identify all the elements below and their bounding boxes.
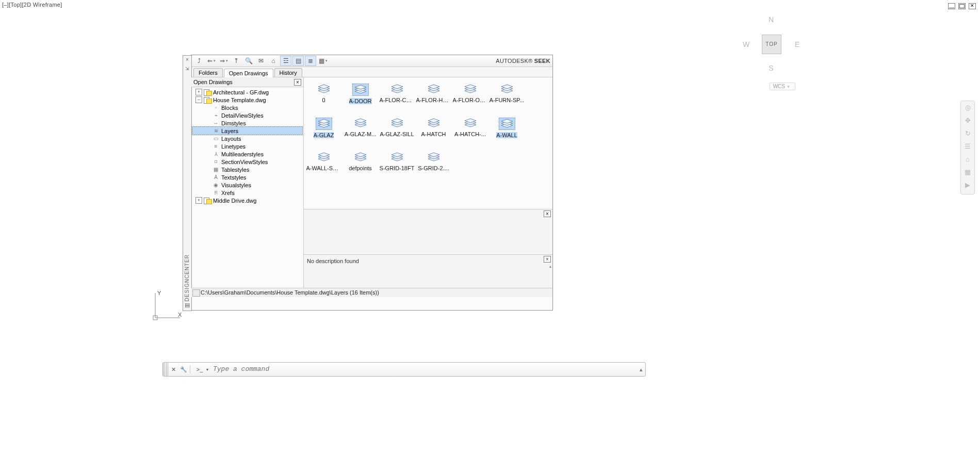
layer-item[interactable]: defpoints bbox=[342, 150, 379, 182]
tab-history[interactable]: History bbox=[274, 68, 302, 77]
viewcube-n[interactable]: N bbox=[743, 15, 799, 24]
layer-item[interactable]: A-WALL bbox=[488, 116, 525, 148]
tree-node[interactable]: +Middle Drive.dwg bbox=[192, 197, 302, 204]
tree-node[interactable]: ATextstyles bbox=[192, 173, 302, 181]
palette-title: DESIGNCENTER bbox=[184, 254, 191, 301]
expand-icon[interactable]: + bbox=[195, 197, 202, 204]
maximize-button[interactable] bbox=[958, 3, 966, 9]
autodesk-seek-link[interactable]: AUTODESK® SEEK bbox=[496, 58, 550, 64]
tree-node[interactable]: ▦Tablestyles bbox=[192, 166, 302, 173]
scroll-up-icon[interactable]: ▴ bbox=[549, 264, 551, 269]
layer-item[interactable]: S-GRID-2.... bbox=[415, 150, 452, 182]
toolbar-load-button[interactable]: ⤴ bbox=[193, 56, 205, 66]
cmdline-history-icon[interactable]: ▴ bbox=[637, 366, 645, 373]
layer-item[interactable]: A-GLAZ bbox=[305, 116, 342, 148]
tree-node[interactable]: ⌑SectionViewStyles bbox=[192, 158, 302, 166]
tree-node[interactable]: ⎘Xrefs bbox=[192, 189, 302, 197]
viewcube-top[interactable]: TOP bbox=[762, 35, 781, 54]
nav-pan-icon[interactable]: ✥ bbox=[961, 114, 974, 127]
layer-item[interactable]: A-FLOR-CA... bbox=[379, 82, 415, 113]
nav-orbit-icon[interactable]: ↻ bbox=[961, 127, 974, 140]
layer-item[interactable]: S-GRID-18FT bbox=[379, 150, 415, 182]
nav-tool-icon[interactable]: ⌂ bbox=[961, 153, 974, 166]
cmdline-grip[interactable] bbox=[163, 363, 168, 376]
category-icon: ▭ bbox=[213, 136, 219, 141]
layer-icon bbox=[426, 118, 442, 129]
toolbar-search-button[interactable]: 🔍 bbox=[243, 56, 254, 66]
category-icon: ⌑ bbox=[213, 159, 219, 165]
tree-node[interactable]: ≡Linetypes bbox=[192, 142, 302, 150]
tree-node-label: SectionViewStyles bbox=[221, 159, 268, 165]
close-button[interactable]: ✕ bbox=[969, 3, 976, 9]
command-input[interactable] bbox=[210, 364, 637, 375]
viewcube[interactable]: N S W E TOP bbox=[743, 15, 799, 72]
layer-item[interactable]: A-FLOR-HR... bbox=[415, 82, 452, 113]
minimize-button[interactable] bbox=[948, 3, 955, 9]
layer-item[interactable]: A-FURN-SP... bbox=[488, 82, 525, 113]
preview-close-icon[interactable]: × bbox=[544, 210, 551, 217]
viewcube-s[interactable]: S bbox=[743, 64, 799, 72]
layer-item[interactable]: A-DOOR bbox=[342, 82, 379, 113]
dc-status-bar: C:\Users\Graham\Documents\House Template… bbox=[191, 288, 552, 297]
viewcube-w[interactable]: W bbox=[743, 40, 749, 48]
layer-icon bbox=[389, 118, 405, 129]
tab-open-drawings[interactable]: Open Drawings bbox=[224, 69, 273, 77]
tree-node[interactable]: ⌁DetailViewStyles bbox=[192, 111, 302, 119]
layer-icon bbox=[353, 118, 368, 129]
content-grid[interactable]: 0A-DOORA-FLOR-CA...A-FLOR-HR...A-FLOR-OV… bbox=[304, 77, 552, 215]
toolbar-views-button[interactable]: ▦ bbox=[317, 56, 329, 66]
tree-node[interactable]: ⅄Multileaderstyles bbox=[192, 150, 302, 158]
separator bbox=[190, 365, 193, 373]
expand-icon[interactable]: – bbox=[195, 96, 202, 103]
cmdline-prompt-icon[interactable]: >_ bbox=[194, 366, 205, 372]
toolbar-desc-button[interactable]: ≣ bbox=[305, 56, 316, 66]
toolbar-favorites-button[interactable]: ✉ bbox=[255, 56, 267, 66]
toolbar-tree-button[interactable]: ☲ bbox=[280, 56, 291, 66]
layer-item[interactable]: A-FLOR-OV... bbox=[452, 82, 488, 113]
viewcube-e[interactable]: E bbox=[795, 40, 799, 48]
palette-titlebar[interactable]: × ⇲ DESIGNCENTER ▤ bbox=[183, 55, 192, 311]
cmdline-close-icon[interactable]: ✕ bbox=[168, 366, 178, 373]
palette-properties-icon[interactable]: ▤ bbox=[183, 302, 191, 308]
layer-item[interactable]: A-GLAZ-SILL bbox=[379, 116, 415, 148]
expand-icon[interactable]: + bbox=[195, 89, 202, 95]
toolbar-fwd-button[interactable]: ⇒ bbox=[218, 56, 230, 66]
viewport-label[interactable]: [–][Top][2D Wireframe] bbox=[2, 2, 62, 8]
category-icon: ▫ bbox=[213, 105, 219, 110]
tree-node[interactable]: ▫Blocks bbox=[192, 104, 302, 111]
category-icon: ⌁ bbox=[213, 112, 219, 118]
nav-tool-icon[interactable]: ☰ bbox=[961, 140, 974, 153]
tree-view[interactable]: +Architectural - GF.dwg–House Template.d… bbox=[191, 87, 303, 288]
nav-tool-icon[interactable]: ▶ bbox=[961, 178, 974, 191]
tree-node[interactable]: +Architectural - GF.dwg bbox=[192, 88, 302, 96]
palette-close-icon[interactable]: × bbox=[183, 57, 191, 62]
wcs-dropdown[interactable]: WCS bbox=[770, 83, 795, 90]
description-close-icon[interactable]: × bbox=[544, 256, 551, 263]
category-icon: ◉ bbox=[213, 182, 219, 188]
tree-node[interactable]: ↔Dimstyles bbox=[192, 119, 302, 127]
tab-folders[interactable]: Folders bbox=[193, 68, 223, 77]
tree-node[interactable]: ▭Layouts bbox=[192, 135, 302, 142]
nav-wheel-icon[interactable]: ◎ bbox=[961, 101, 974, 114]
layer-item[interactable]: A-WALL-SH... bbox=[305, 150, 342, 182]
tree-node-label: Textstyles bbox=[221, 174, 246, 181]
layer-item[interactable]: 0 bbox=[305, 82, 342, 113]
toolbar-home-button[interactable]: ⌂ bbox=[268, 56, 279, 66]
cmdline-recent-icon[interactable]: ▾ bbox=[205, 367, 210, 372]
tree-node[interactable]: ◉Visualstyles bbox=[192, 181, 302, 189]
cmdline-customize-icon[interactable]: 🔧 bbox=[178, 366, 189, 373]
tree-node[interactable]: ≋Layers bbox=[192, 127, 302, 135]
layer-item[interactable]: A-HATCH-... bbox=[452, 116, 488, 148]
tree-node[interactable]: –House Template.dwg bbox=[192, 96, 302, 104]
layer-item[interactable]: A-GLAZ-M... bbox=[342, 116, 379, 148]
tree-close-icon[interactable]: × bbox=[294, 79, 301, 86]
status-icon[interactable] bbox=[192, 289, 200, 297]
nav-tool-icon[interactable]: ▦ bbox=[961, 166, 974, 178]
layer-item[interactable]: A-HATCH bbox=[415, 116, 452, 148]
category-icon: ▦ bbox=[213, 167, 219, 172]
layer-icon bbox=[463, 84, 478, 95]
toolbar-back-button[interactable]: ⇐ bbox=[206, 56, 217, 66]
toolbar-up-button[interactable]: ⤒ bbox=[231, 56, 242, 66]
palette-autohide-icon[interactable]: ⇲ bbox=[183, 66, 191, 71]
toolbar-preview-button[interactable]: ▤ bbox=[292, 56, 304, 66]
